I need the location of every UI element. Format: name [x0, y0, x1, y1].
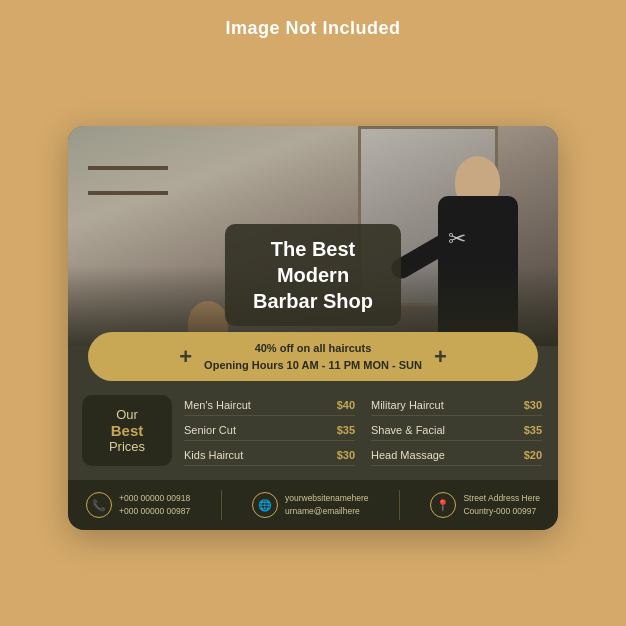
- price-row: Military Haircut $30: [371, 395, 542, 416]
- hero-image: ✂ The Best Modern Barbar Shop: [68, 126, 558, 346]
- watermark-label: Image Not Included: [225, 18, 400, 39]
- shelf-decoration: [88, 141, 168, 201]
- tagline-box: The Best Modern Barbar Shop: [225, 224, 401, 326]
- best-text: Best: [111, 422, 144, 439]
- price-row: Senior Cut $35: [184, 420, 355, 441]
- contact-address: 📍 Street Address Here Country-000 00997: [430, 492, 540, 518]
- plus-right-icon: +: [434, 344, 447, 370]
- price-row: Men's Haircut $40: [184, 395, 355, 416]
- address-texts: Street Address Here Country-000 00997: [463, 492, 540, 518]
- web-icon: 🌐: [252, 492, 278, 518]
- plus-left-icon: +: [179, 344, 192, 370]
- phone-texts: +000 00000 00918 +000 00000 00987: [119, 492, 190, 518]
- prices-grid: Men's Haircut $40 Military Haircut $30 S…: [184, 395, 542, 466]
- contact-footer: 📞 +000 00000 00918 +000 00000 00987 🌐 yo…: [68, 480, 558, 530]
- tagline-text: The Best Modern Barbar Shop: [253, 236, 373, 314]
- location-icon: 📍: [430, 492, 456, 518]
- price-row: Kids Haircut $30: [184, 445, 355, 466]
- web-texts: yourwebsitenamehere urname@emailhere: [285, 492, 369, 518]
- divider: [221, 490, 222, 520]
- contact-phone: 📞 +000 00000 00918 +000 00000 00987: [86, 492, 190, 518]
- prices-label-box: Our Best Prices: [82, 395, 172, 466]
- contact-web: 🌐 yourwebsitenamehere urname@emailhere: [252, 492, 369, 518]
- divider: [399, 490, 400, 520]
- price-row: Shave & Facial $35: [371, 420, 542, 441]
- prices-section: Our Best Prices Men's Haircut $40 Milita…: [68, 381, 558, 480]
- price-row: Head Massage $20: [371, 445, 542, 466]
- barbershop-card: ✂ The Best Modern Barbar Shop +: [68, 126, 558, 530]
- offer-bar: + 40% off on all haircuts Opening Hours …: [88, 332, 538, 381]
- our-text: Our: [116, 407, 138, 422]
- offer-text: 40% off on all haircuts Opening Hours 10…: [204, 340, 422, 373]
- prices-text: Prices: [109, 439, 145, 454]
- phone-icon: 📞: [86, 492, 112, 518]
